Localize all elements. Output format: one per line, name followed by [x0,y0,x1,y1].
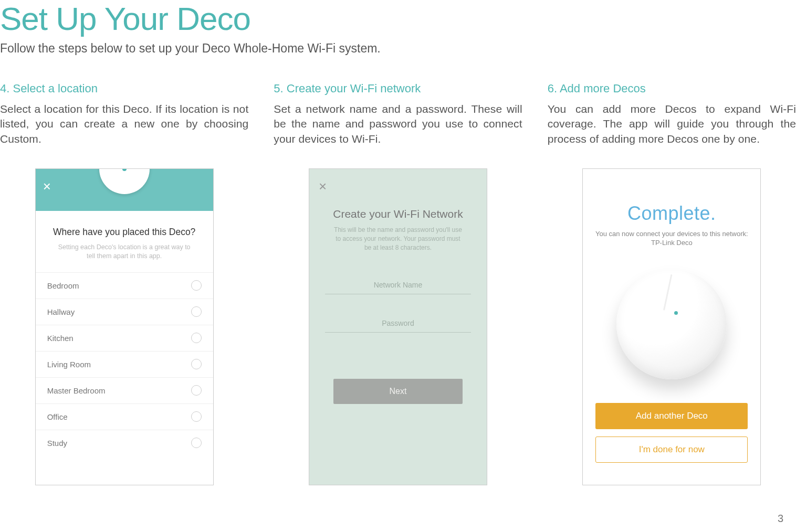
location-label: Kitchen [47,334,74,343]
step-6: 6. Add more Decos You can add more Decos… [548,82,796,485]
radio-icon [191,280,202,291]
location-label: Hallway [47,307,75,316]
location-label: Living Room [47,360,91,369]
phone1-heading: Where have you placed this Deco? [46,227,203,238]
location-option-office[interactable]: Office [36,403,213,430]
network-name-input[interactable]: Network Name [325,280,471,294]
phone1-subtext: Setting each Deco's location is a great … [36,243,213,272]
deco-disc-icon [616,269,727,379]
radio-icon [191,306,202,317]
phone2-subtext: This will be the name and password you'l… [309,220,487,252]
network-name-placeholder: Network Name [374,281,423,289]
add-another-deco-button[interactable]: Add another Deco [595,403,748,429]
radio-icon [191,333,202,343]
location-label: Study [47,439,67,448]
done-for-now-button[interactable]: I'm done for now [595,437,748,463]
step-4-heading: 4. Select a location [0,82,248,95]
radio-icon [191,438,202,448]
deco-notch [663,274,672,311]
location-option-bedroom[interactable]: Bedroom [36,272,213,299]
next-button[interactable]: Next [333,379,463,404]
page-number: 3 [778,513,783,525]
step-5-heading: 5. Create your Wi-Fi network [274,82,522,95]
phone-complete-screenshot: Complete. You can now connect your devic… [582,168,761,485]
password-placeholder: Password [382,319,414,327]
phone3-heading: Complete. [583,203,760,225]
phone1-header: × [36,169,213,211]
deco-device-image [609,261,735,387]
radio-icon [191,411,202,422]
password-input[interactable]: Password [325,318,471,333]
steps-row: 4. Select a location Select a location f… [0,82,796,485]
location-option-study[interactable]: Study [36,430,213,456]
location-list: Bedroom Hallway Kitchen Living Room Mast… [36,272,213,456]
location-label: Bedroom [47,281,79,290]
phone3-subtext: You can now connect your devices to this… [583,230,760,238]
location-option-master-bedroom[interactable]: Master Bedroom [36,377,213,403]
radio-icon [191,385,202,396]
manual-page: Set Up Your Deco Follow the steps below … [0,0,796,532]
close-icon[interactable]: × [43,178,51,195]
step-4-body: Select a location for this Deco. If its … [0,102,248,146]
step-5-body: Set a network name and a password. These… [274,102,522,146]
page-subtitle: Follow the steps below to set up your De… [0,41,796,82]
location-label: Office [47,412,68,421]
step-4: 4. Select a location Select a location f… [0,82,248,485]
location-option-living-room[interactable]: Living Room [36,351,213,377]
phone-location-screenshot: × Where have you placed this Deco? Setti… [35,168,214,485]
step-5: 5. Create your Wi-Fi network Set a netwo… [274,82,522,485]
step-6-heading: 6. Add more Decos [548,82,796,95]
location-option-hallway[interactable]: Hallway [36,299,213,325]
location-option-kitchen[interactable]: Kitchen [36,325,213,351]
phone2-heading: Create your Wi-Fi Network [309,208,487,220]
page-title: Set Up Your Deco [0,0,796,41]
location-label: Master Bedroom [47,386,106,395]
phone-wifi-screenshot: × Create your Wi-Fi Network This will be… [309,168,487,485]
phone3-network-name: TP-Link Deco [583,239,760,247]
radio-icon [191,359,202,369]
progress-dial-icon [99,168,150,194]
close-icon[interactable]: × [319,178,327,195]
step-6-body: You can add more Decos to expand Wi-Fi c… [548,102,796,146]
